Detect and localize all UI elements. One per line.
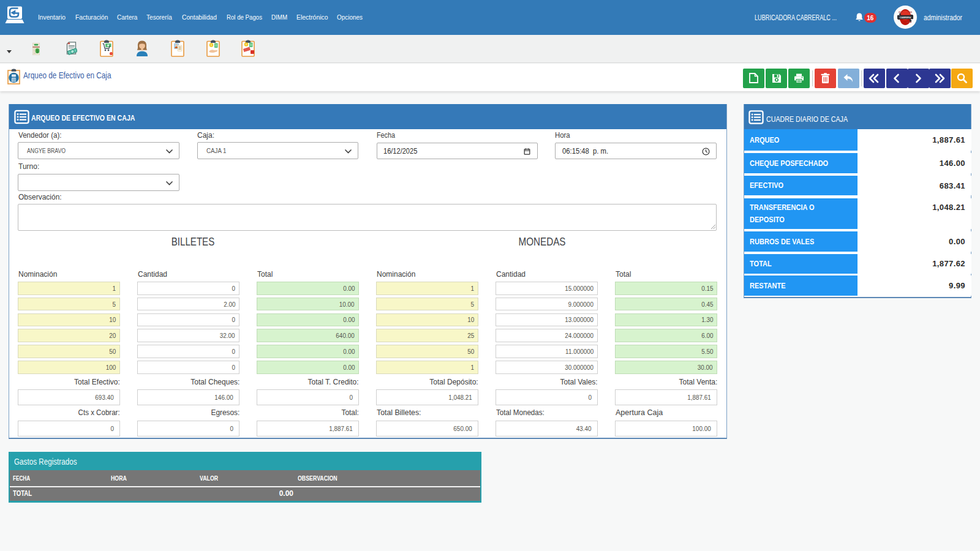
svg-text:CABRERA: CABRERA bbox=[900, 16, 911, 18]
svg-text:$: $ bbox=[36, 48, 39, 53]
